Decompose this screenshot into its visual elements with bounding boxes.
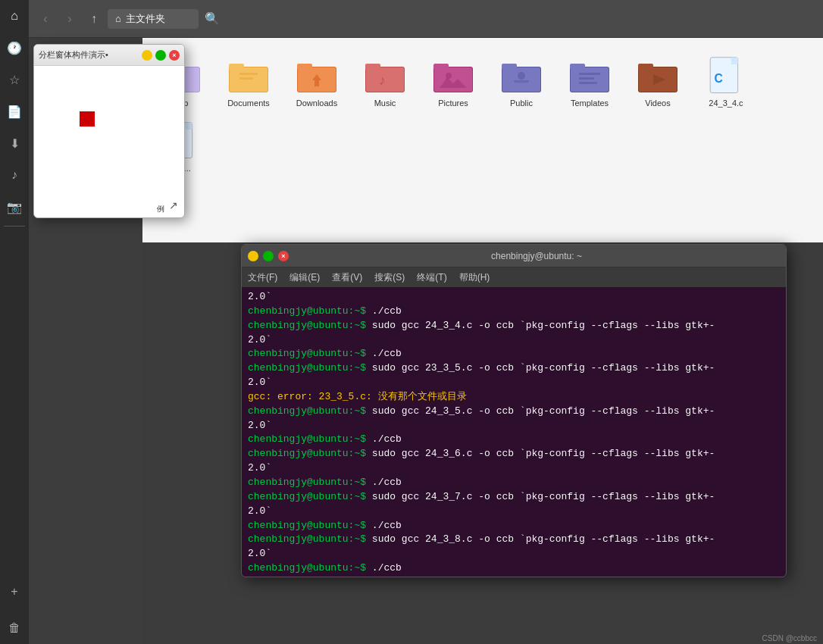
popup-window: 分栏窗体构件演示• × 例 ↗: [33, 44, 185, 218]
term-line-15: 2.0`: [248, 505, 780, 519]
term-line-17: chenbingjy@ubuntu:~$ sudo gcc 24_3_8.c -…: [248, 533, 780, 547]
file-item-documents[interactable]: Documents: [218, 53, 279, 111]
svg-text:♪: ♪: [379, 73, 386, 88]
terminal-title: chenbingjy@ubuntu: ~: [293, 251, 780, 261]
search-icon[interactable]: 🔍: [202, 8, 223, 30]
terminal-menu-file[interactable]: 文件(F): [248, 271, 277, 284]
c-file-icon-1: C: [706, 56, 746, 95]
public-folder-icon: [502, 56, 541, 95]
sidebar-recent-icon[interactable]: 🕐: [0, 33, 29, 62]
footer-text: CSDN @ccbbcc: [762, 634, 817, 642]
terminal-menu-edit[interactable]: 编辑(E): [289, 271, 320, 284]
popup-titlebar: 分栏窗体构件演示• ×: [34, 45, 184, 66]
file-item-music[interactable]: ♪ Music: [355, 53, 415, 111]
term-line-13: chenbingjy@ubuntu:~$ ./ccb: [248, 476, 780, 490]
forward-button[interactable]: ›: [59, 8, 80, 30]
popup-title: 分栏窗体构件演示•: [39, 49, 139, 61]
svg-rect-37: [731, 58, 738, 64]
svg-rect-6: [239, 73, 258, 75]
file-manager-area: ktop Documents Downloads: [142, 38, 823, 242]
sidebar-add-icon[interactable]: +: [0, 577, 29, 606]
sidebar-trash-icon[interactable]: 🗑: [0, 614, 29, 642]
svg-rect-24: [514, 80, 529, 83]
terminal-titlebar: × chenbingjy@ubuntu: ~: [242, 245, 786, 267]
sidebar-starred-icon[interactable]: ☆: [0, 65, 29, 94]
templates-folder-icon: [570, 56, 609, 95]
public-label: Public: [510, 98, 533, 108]
popup-example-label: 例: [157, 204, 164, 214]
term-line-3: chenbingjy@ubuntu:~$ sudo gcc 24_3_4.c -…: [248, 319, 780, 333]
term-line-10: chenbingjy@ubuntu:~$ ./ccb: [248, 433, 780, 447]
term-line-11: chenbingjy@ubuntu:~$ sudo gcc 24_3_6.c -…: [248, 447, 780, 461]
file-item-pictures[interactable]: Pictures: [423, 53, 483, 111]
terminal-window: × chenbingjy@ubuntu: ~ 文件(F) 编辑(E) 查看(V)…: [241, 244, 787, 577]
svg-rect-41: [186, 123, 192, 130]
sidebar-home-icon[interactable]: ⌂: [0, 2, 29, 30]
breadcrumb[interactable]: ⌂ 主文件夹: [108, 9, 199, 29]
pictures-label: Pictures: [438, 98, 468, 108]
terminal-menu-help[interactable]: 帮助(H): [459, 271, 490, 284]
terminal-content[interactable]: 2.0` chenbingjy@ubuntu:~$ ./ccb chenbing…: [242, 287, 786, 577]
breadcrumb-text: 主文件夹: [126, 12, 165, 26]
term-line-error: gcc: error: 23_3_5.c: 没有那个文件或目录: [248, 390, 780, 405]
popup-arrow-icon: ↗: [169, 199, 178, 211]
popup-content: 例 ↗: [34, 66, 184, 217]
file-item-videos[interactable]: Videos: [627, 53, 688, 111]
term-line-14: chenbingjy@ubuntu:~$ sudo gcc 24_3_7.c -…: [248, 490, 780, 505]
window-maximize-button[interactable]: [155, 50, 166, 61]
pictures-folder-icon: [433, 56, 473, 95]
svg-rect-18: [434, 67, 472, 92]
terminal-maximize-button[interactable]: [263, 251, 274, 261]
sidebar-music-icon[interactable]: ♪: [0, 161, 29, 189]
file-item-c1[interactable]: C 24_3_4.c: [696, 53, 756, 111]
terminal-menu-search[interactable]: 搜索(S): [374, 271, 405, 284]
footer: CSDN @ccbbcc: [756, 633, 823, 644]
file-item-public[interactable]: Public: [491, 53, 552, 111]
sidebar: ⌂ 🕐 ☆ 📄 ⬇ ♪ 📷 + 🗑: [0, 0, 29, 644]
term-line-7: 2.0`: [248, 376, 780, 390]
term-line-18: 2.0`: [248, 547, 780, 561]
templates-label: Templates: [571, 98, 609, 108]
terminal-close-button[interactable]: ×: [278, 251, 289, 261]
file-item-templates[interactable]: Templates: [559, 53, 620, 111]
sidebar-download-icon[interactable]: ⬇: [0, 129, 29, 158]
back-button[interactable]: ‹: [35, 8, 56, 30]
svg-rect-30: [579, 82, 597, 84]
term-line-9: 2.0`: [248, 419, 780, 433]
home-icon: ⌂: [115, 13, 121, 24]
term-line-19: chenbingjy@ubuntu:~$ ./ccb: [248, 561, 780, 576]
svg-rect-7: [239, 77, 253, 80]
downloads-folder-icon: [297, 56, 336, 95]
terminal-menu-view[interactable]: 查看(V): [332, 271, 362, 284]
window-minimize-button[interactable]: [142, 50, 152, 61]
term-line-12: 2.0`: [248, 461, 780, 476]
sidebar-camera-icon[interactable]: 📷: [0, 192, 29, 221]
window-close-button[interactable]: ×: [169, 50, 180, 61]
term-line-5: chenbingjy@ubuntu:~$ ./ccb: [248, 347, 780, 361]
term-line-1: 2.0`: [248, 290, 780, 305]
sidebar-documents-icon[interactable]: 📄: [0, 97, 29, 126]
sidebar-divider: [4, 226, 25, 227]
music-folder-icon: ♪: [365, 56, 405, 95]
svg-text:C: C: [714, 72, 722, 85]
svg-rect-29: [579, 77, 594, 80]
term-line-4: 2.0`: [248, 333, 780, 348]
term-line-16: chenbingjy@ubuntu:~$ ./ccb: [248, 519, 780, 533]
popup-red-square: [80, 111, 95, 127]
term-line-2: chenbingjy@ubuntu:~$ ./ccb: [248, 305, 780, 319]
terminal-menu: 文件(F) 编辑(E) 查看(V) 搜索(S) 终端(T) 帮助(H): [242, 267, 786, 287]
videos-folder-icon: [638, 56, 677, 95]
term-line-6: chenbingjy@ubuntu:~$ sudo gcc 23_3_5.c -…: [248, 361, 780, 376]
svg-rect-28: [579, 73, 600, 75]
svg-point-23: [518, 72, 525, 80]
svg-point-19: [446, 73, 452, 79]
term-line-20: chenbingjy@ubuntu:~$: [248, 576, 780, 577]
c-file-1-label: 24_3_4.c: [709, 98, 743, 108]
videos-label: Videos: [645, 98, 670, 108]
term-line-8: chenbingjy@ubuntu:~$ sudo gcc 24_3_5.c -…: [248, 405, 780, 419]
terminal-menu-terminal[interactable]: 终端(T): [417, 271, 446, 284]
file-item-downloads[interactable]: Downloads: [286, 53, 347, 111]
up-button[interactable]: ↑: [83, 8, 105, 30]
terminal-minimize-button[interactable]: [248, 251, 258, 261]
music-label: Music: [374, 98, 396, 108]
